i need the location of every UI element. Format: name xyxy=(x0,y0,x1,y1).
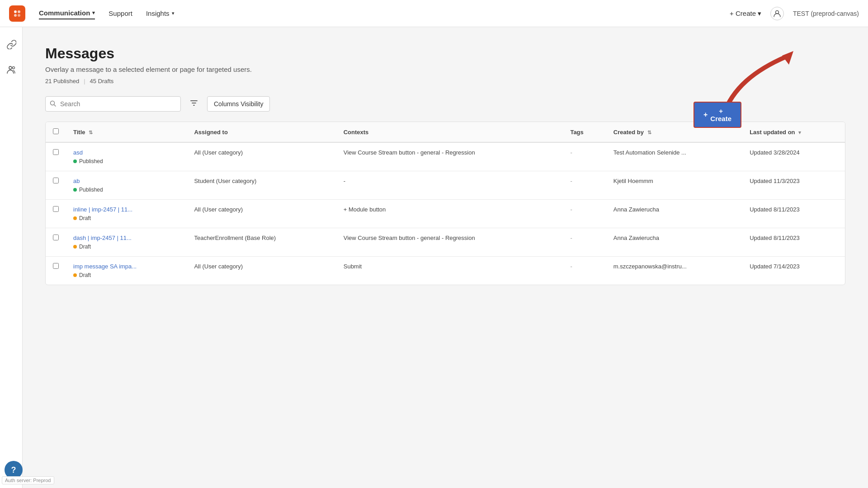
sort-title-icon[interactable]: ⇅ xyxy=(89,130,93,135)
row-title-cell: inline | imp-2457 | 11... Draft xyxy=(66,200,187,228)
table-row: inline | imp-2457 | 11... Draft All (Use… xyxy=(46,200,845,228)
row-checkbox[interactable] xyxy=(53,263,59,269)
row-contexts: - xyxy=(336,171,563,200)
row-title-cell: ab Published xyxy=(66,171,187,200)
row-checkbox[interactable] xyxy=(53,206,59,212)
row-checkbox-cell xyxy=(46,171,66,200)
row-title-link[interactable]: ab xyxy=(73,178,179,184)
env-label: TEST (preprod-canvas) xyxy=(793,10,859,17)
messages-table: Title ⇅ Assigned to Contexts Tags Create… xyxy=(45,122,845,285)
sidebar-icon-people[interactable] xyxy=(3,61,19,78)
row-created-by: Anna Zawierucha xyxy=(606,200,742,228)
row-tags: - xyxy=(563,228,606,257)
row-title-cell: dash | imp-2457 | 11... Draft xyxy=(66,228,187,257)
row-checkbox[interactable] xyxy=(53,149,59,155)
row-checkbox-cell xyxy=(46,200,66,228)
published-count: 21 Published xyxy=(45,78,79,84)
table-row: imp message SA impa... Draft All (User c… xyxy=(46,257,845,285)
status-badge: Published xyxy=(73,158,103,164)
row-created-by: Test Automation Selenide ... xyxy=(606,142,742,171)
status-text: Published xyxy=(79,158,103,164)
status-badge: Draft xyxy=(73,272,91,278)
filter-button[interactable] xyxy=(186,95,202,113)
row-assigned-to: Student (User category) xyxy=(187,171,336,200)
nav-support[interactable]: Support xyxy=(108,8,132,19)
row-contexts: Submit xyxy=(336,257,563,285)
row-assigned-to: All (User category) xyxy=(187,257,336,285)
sidebar xyxy=(0,27,23,488)
svg-point-3 xyxy=(18,14,20,17)
row-checkbox-cell xyxy=(46,228,66,257)
toolbar: Columns Visibility xyxy=(45,95,845,113)
nav-create-button[interactable]: + Create ▾ xyxy=(730,9,761,18)
row-last-updated: Updated 7/14/2023 xyxy=(742,257,845,285)
status-text: Draft xyxy=(79,244,91,250)
table-row: asd Published All (User category) View C… xyxy=(46,142,845,171)
row-assigned-to: All (User category) xyxy=(187,142,336,171)
top-navigation: Communication ▾ Support Insights ▾ + Cre… xyxy=(0,0,868,27)
row-title-link[interactable]: imp message SA impa... xyxy=(73,263,179,270)
page-subtitle: Overlay a message to a selected element … xyxy=(45,66,845,73)
col-checkbox xyxy=(46,122,66,142)
row-tags: - xyxy=(563,171,606,200)
sort-updated-icon[interactable]: ▾ xyxy=(798,130,801,135)
row-checkbox[interactable] xyxy=(53,178,59,183)
status-dot xyxy=(73,245,77,249)
row-created-by: Kjetil Hoemmm xyxy=(606,171,742,200)
row-last-updated: Updated 11/3/2023 xyxy=(742,171,845,200)
user-avatar-icon[interactable] xyxy=(770,7,784,20)
nav-communication[interactable]: Communication ▾ xyxy=(39,7,95,19)
status-badge: Draft xyxy=(73,215,91,221)
table-row: dash | imp-2457 | 11... Draft TeacherEnr… xyxy=(46,228,845,257)
main-content: Messages Overlay a message to a selected… xyxy=(23,27,868,488)
row-title-link[interactable]: dash | imp-2457 | 11... xyxy=(73,235,179,241)
row-tags: - xyxy=(563,142,606,171)
app-logo[interactable] xyxy=(9,5,25,22)
svg-point-0 xyxy=(14,10,17,13)
row-title-cell: imp message SA impa... Draft xyxy=(66,257,187,285)
select-all-checkbox[interactable] xyxy=(53,128,59,134)
sort-created-icon[interactable]: ⇅ xyxy=(647,130,651,135)
status-dot xyxy=(73,216,77,220)
col-title: Title ⇅ xyxy=(66,122,187,142)
col-last-updated: Last updated on ▾ xyxy=(742,122,845,142)
row-checkbox[interactable] xyxy=(53,235,59,240)
col-contexts: Contexts xyxy=(336,122,563,142)
nav-insights[interactable]: Insights ▾ xyxy=(146,8,175,19)
stats-row: 21 Published | 45 Drafts xyxy=(45,78,845,84)
row-checkbox-cell xyxy=(46,142,66,171)
columns-visibility-button[interactable]: Columns Visibility xyxy=(207,96,270,112)
search-input[interactable] xyxy=(45,96,181,112)
row-contexts: View Course Stream button - general - Re… xyxy=(336,142,563,171)
chevron-down-icon: ▾ xyxy=(172,10,175,16)
row-title-link[interactable]: inline | imp-2457 | 11... xyxy=(73,206,179,213)
row-last-updated: Updated 3/28/2024 xyxy=(742,142,845,171)
row-title-cell: asd Published xyxy=(66,142,187,171)
nav-right-section: + Create ▾ TEST (preprod-canvas) xyxy=(730,7,859,20)
page-layout: Messages Overlay a message to a selected… xyxy=(0,27,868,488)
row-tags: - xyxy=(563,257,606,285)
drafts-count: 45 Drafts xyxy=(90,78,114,84)
auth-server-label: Auth server: Preprod xyxy=(2,476,54,484)
svg-point-6 xyxy=(12,67,14,69)
svg-point-2 xyxy=(14,14,17,17)
row-tags: - xyxy=(563,200,606,228)
row-checkbox-cell xyxy=(46,257,66,285)
row-contexts: + Module button xyxy=(336,200,563,228)
row-title-link[interactable]: asd xyxy=(73,149,179,156)
col-created-by: Created by ⇅ xyxy=(606,122,742,142)
stats-divider: | xyxy=(84,78,85,84)
row-created-by: Anna Zawierucha xyxy=(606,228,742,257)
table-row: ab Published Student (User category) - -… xyxy=(46,171,845,200)
status-badge: Draft xyxy=(73,244,91,250)
status-dot xyxy=(73,273,77,277)
sidebar-icon-link[interactable] xyxy=(3,36,19,52)
row-created-by: m.szczepanowska@instru... xyxy=(606,257,742,285)
row-last-updated: Updated 8/11/2023 xyxy=(742,228,845,257)
search-wrapper xyxy=(45,96,181,112)
status-dot xyxy=(73,160,77,163)
status-badge: Published xyxy=(73,187,103,193)
page-title: Messages xyxy=(45,45,845,62)
status-text: Draft xyxy=(79,272,91,278)
table-header-row: Title ⇅ Assigned to Contexts Tags Create… xyxy=(46,122,845,142)
